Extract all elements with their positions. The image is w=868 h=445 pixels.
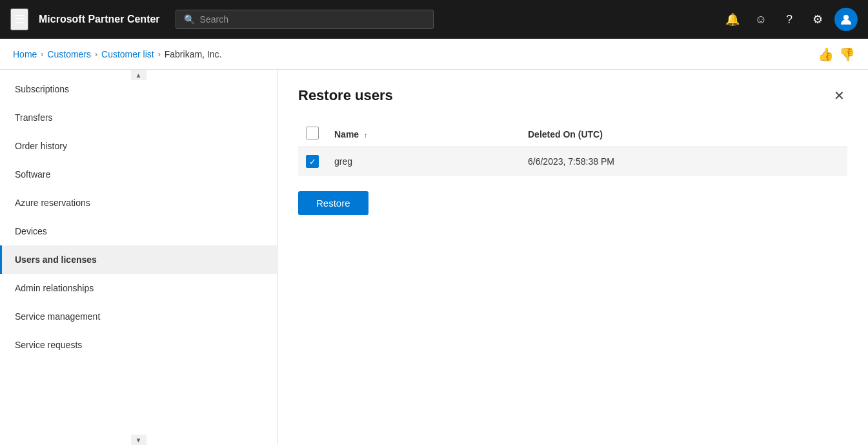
row-name-cell: greg xyxy=(327,147,520,176)
breadcrumb-sep-1: › xyxy=(41,50,43,59)
svg-point-0 xyxy=(843,15,849,20)
close-button[interactable]: ✕ xyxy=(831,85,847,106)
breadcrumb-sep-2: › xyxy=(95,50,97,59)
smiley-icon[interactable]: ☺ xyxy=(749,8,772,31)
thumbs-down-button[interactable]: 👎 xyxy=(839,47,855,62)
sidebar-item-azure-reservations[interactable]: Azure reservations xyxy=(0,189,277,217)
topbar-right-icons: 🔔 ☺ ? ⚙ xyxy=(721,8,858,31)
hamburger-icon[interactable]: ☰ xyxy=(10,8,28,30)
sidebar-item-service-requests[interactable]: Service requests xyxy=(0,331,277,359)
sort-icon: ↑ xyxy=(364,131,368,139)
sidebar-item-users-and-licenses[interactable]: Users and licenses xyxy=(0,245,277,274)
topbar: ☰ Microsoft Partner Center 🔍 🔔 ☺ ? ⚙ xyxy=(0,0,868,39)
sidebar-item-service-management[interactable]: Service management xyxy=(0,302,277,331)
restore-table: Name ↑ Deleted On (UTC) ✓ xyxy=(298,121,847,176)
sidebar-item-order-history[interactable]: Order history xyxy=(0,132,277,160)
table-header: Name ↑ Deleted On (UTC) xyxy=(298,121,847,147)
search-bar[interactable]: 🔍 xyxy=(176,10,434,29)
help-icon[interactable]: ? xyxy=(778,8,801,31)
thumbs-up-button[interactable]: 👍 xyxy=(818,47,834,62)
sidebar-item-transfers[interactable]: Transfers xyxy=(0,103,277,132)
row-checkbox-cell: ✓ xyxy=(298,147,327,176)
select-all-checkbox[interactable] xyxy=(306,127,319,140)
breadcrumb: Home › Customers › Customer list › Fabri… xyxy=(0,39,868,70)
search-input[interactable] xyxy=(200,14,425,25)
breadcrumb-current: Fabrikam, Inc. xyxy=(165,49,222,59)
table-body: ✓ greg 6/6/2023, 7:58:38 PM xyxy=(298,147,847,176)
sidebar-item-admin-relationships[interactable]: Admin relationships xyxy=(0,274,277,302)
row-deleted-on-cell: 6/6/2023, 7:58:38 PM xyxy=(520,147,847,176)
sidebar-item-devices[interactable]: Devices xyxy=(0,217,277,245)
restore-title: Restore users xyxy=(298,87,393,104)
search-icon: 🔍 xyxy=(184,14,195,25)
breadcrumb-customer-list[interactable]: Customer list xyxy=(101,49,154,59)
table-col-deleted-on: Deleted On (UTC) xyxy=(520,121,847,147)
app-title: Microsoft Partner Center xyxy=(39,14,160,25)
main-layout: ▲ Subscriptions Transfers Order history … xyxy=(0,70,868,445)
breadcrumb-customers[interactable]: Customers xyxy=(47,49,91,59)
sidebar: ▲ Subscriptions Transfers Order history … xyxy=(0,70,278,445)
row-checkbox[interactable]: ✓ xyxy=(306,155,319,168)
avatar[interactable] xyxy=(834,8,858,31)
sidebar-scroll-down[interactable]: ▼ xyxy=(131,435,146,445)
sidebar-item-software[interactable]: Software xyxy=(0,160,277,189)
notifications-icon[interactable]: 🔔 xyxy=(721,8,744,31)
feedback-buttons: 👍 👎 xyxy=(818,47,855,62)
sidebar-nav: Subscriptions Transfers Order history So… xyxy=(0,70,277,364)
table-header-checkbox xyxy=(298,121,327,147)
table-col-name: Name ↑ xyxy=(327,121,520,147)
restore-button[interactable]: Restore xyxy=(298,191,368,215)
restore-header: Restore users ✕ xyxy=(298,85,847,106)
table-row: ✓ greg 6/6/2023, 7:58:38 PM xyxy=(298,147,847,176)
restore-panel: Restore users ✕ Name ↑ xyxy=(298,85,847,215)
content-area: Restore users ✕ Name ↑ xyxy=(278,70,868,445)
breadcrumb-home[interactable]: Home xyxy=(13,49,37,59)
sidebar-scroll-up[interactable]: ▲ xyxy=(131,70,146,80)
settings-icon[interactable]: ⚙ xyxy=(806,8,829,31)
breadcrumb-sep-3: › xyxy=(158,50,161,59)
